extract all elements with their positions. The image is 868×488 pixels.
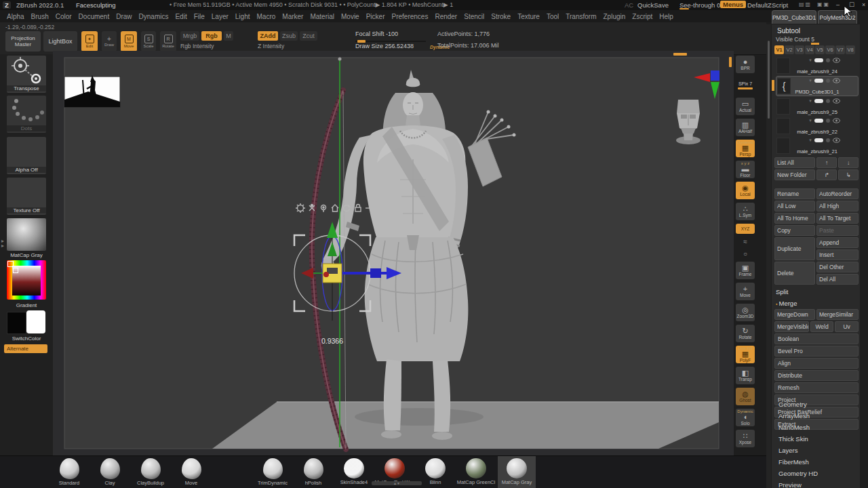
partial-visibility-toggle[interactable] — [826, 58, 830, 62]
mrgb-button[interactable]: Mrgb — [180, 31, 199, 41]
merge-section[interactable]: ▪Merge — [774, 298, 859, 308]
shelf-brush-material-item[interactable]: Blinn — [416, 456, 454, 488]
right-shelf-item[interactable]: ◉ Local — [736, 182, 755, 199]
visibility-pill-toggle[interactable] — [814, 119, 823, 123]
visibility-tab[interactable]: V3 — [795, 45, 804, 54]
shelf-brush-material-item[interactable]: SkinShade4 — [335, 456, 373, 488]
right-shelf-item[interactable]: ▭ Actual — [736, 98, 755, 115]
partial-visibility-toggle[interactable] — [826, 119, 830, 123]
menu-item[interactable]: Tool — [547, 13, 559, 20]
right-shelf-item[interactable]: ○ — [736, 249, 755, 258]
uv-button[interactable]: Uv — [835, 321, 859, 332]
shelf-brush-material-item[interactable]: Standard — [50, 456, 88, 488]
subtool-panel-title[interactable]: Subtool — [777, 27, 800, 35]
move-into-folder-button[interactable]: ↳ — [838, 169, 859, 180]
focal-shift-slider[interactable]: Focal Shift -100 — [355, 30, 426, 42]
subtool-row[interactable]: { ▾ PM3D_Cube3D1_1 — [776, 76, 859, 96]
boolean-button[interactable]: Boolean — [774, 333, 859, 344]
visibility-tab[interactable]: V7 — [835, 45, 845, 54]
scale-mode-button[interactable]: S Scale — [141, 31, 156, 52]
polypaint-icon[interactable]: ▾ — [809, 98, 812, 104]
canvas-vscroll-thumb[interactable] — [729, 57, 732, 67]
shelf-brush-material-item[interactable]: hPolish — [294, 456, 332, 488]
menu-item[interactable]: Stencil — [464, 13, 484, 20]
menu-item[interactable]: Dynamics — [139, 13, 169, 20]
menu-item[interactable]: File — [194, 13, 205, 20]
menu-item[interactable]: Brush — [31, 13, 49, 20]
visibility-pill-toggle[interactable] — [814, 79, 823, 83]
copy-button[interactable]: Copy — [774, 225, 815, 236]
menu-item[interactable]: Texture — [517, 13, 540, 20]
insert-button[interactable]: Insert — [816, 249, 859, 260]
right-shelf-item[interactable]: x y z ▬ Floor — [736, 161, 755, 178]
menu-item[interactable]: Zplugin — [604, 13, 626, 20]
panel-layout-icons[interactable]: ▣▣ — [817, 1, 830, 7]
menu-item[interactable]: Zscript — [632, 13, 652, 20]
quicksave-button[interactable]: QuickSave — [637, 1, 669, 9]
palette-section-header[interactable]: Layers — [778, 445, 859, 456]
menu-item[interactable]: Macro — [257, 13, 276, 20]
split-section[interactable]: Split — [774, 286, 859, 296]
right-shelf-item[interactable]: ● BPR — [736, 56, 755, 73]
menu-item[interactable]: Color — [56, 13, 72, 20]
see-through-thumb[interactable] — [679, 8, 689, 9]
subtool-row[interactable]: ▾ male_zbrush9_25 — [776, 97, 859, 116]
polypaint-icon[interactable]: ▾ — [809, 78, 812, 83]
menus-button[interactable]: Menus — [720, 1, 746, 8]
menu-item[interactable]: Material — [310, 13, 334, 20]
visibility-tab[interactable]: V2 — [785, 45, 794, 54]
secondary-color-swatch[interactable] — [26, 310, 45, 333]
list-all-button[interactable]: List All — [774, 157, 815, 168]
merge-visible-button[interactable]: MergeVisible — [774, 321, 809, 332]
right-shelf-item[interactable]: + Move — [736, 283, 755, 300]
visible-count-slider[interactable]: Visible Count 5 — [776, 36, 814, 43]
right-shelf-item[interactable]: ▣ Frame — [736, 262, 755, 279]
all-high-button[interactable]: All High — [816, 201, 859, 211]
right-shelf-item[interactable]: ◎ Zoom3D — [736, 304, 755, 321]
partial-visibility-toggle[interactable] — [826, 138, 830, 142]
right-shelf-item[interactable]: ≈ — [736, 237, 755, 246]
color-picker[interactable] — [7, 260, 46, 300]
palette-section-header[interactable]: ArrayMesh — [778, 410, 859, 422]
subtool-row[interactable]: ▾ male_zbrush9_22 — [776, 117, 859, 136]
visibility-tab[interactable]: V8 — [846, 45, 855, 54]
right-shelf-item[interactable]: SPix 7 — [736, 77, 755, 94]
menu-item[interactable]: Help — [659, 13, 673, 20]
zsub-button[interactable]: Zsub — [280, 31, 298, 41]
shelf-scroll-control[interactable]: ▲▼ — [372, 481, 422, 485]
shelf-brush-material-item[interactable]: TrimDynamic — [254, 456, 292, 488]
panel-scrollbar-thumb[interactable] — [768, 41, 770, 119]
tab-pm3d-cube3d1[interactable]: PM3D_Cube3D1 — [772, 10, 816, 24]
all-to-home-button[interactable]: All To Home — [774, 213, 815, 224]
append-button[interactable]: Append — [816, 237, 859, 248]
right-shelf-item[interactable]: Line Fill ▦ PolyF — [736, 346, 755, 363]
right-shelf-item[interactable]: ◍ Ghost — [736, 388, 755, 405]
eye-icon[interactable] — [833, 58, 840, 63]
subtool-row[interactable]: ▾ male_zbrush9_21 — [776, 136, 859, 155]
material-selector[interactable] — [7, 218, 46, 251]
visibility-tab[interactable]: V4 — [805, 45, 814, 54]
rename-button[interactable]: Rename — [774, 188, 815, 199]
rotate-mode-button[interactable]: R Rotate — [160, 31, 176, 52]
divider-layout-icons[interactable]: ▤▥ — [799, 1, 812, 7]
shelf-brush-material-item[interactable]: MatCap Gray — [498, 456, 536, 488]
minimize-button[interactable]: – — [836, 1, 840, 8]
canvas-hscroll-thumb[interactable] — [673, 53, 687, 56]
right-shelf-item[interactable]: Dynamic ◖ Solo — [736, 409, 755, 426]
palette-section-header[interactable]: FiberMesh — [778, 456, 859, 468]
right-shelf-item[interactable]: XYZ — [736, 224, 755, 234]
menu-item[interactable]: Marker — [282, 13, 303, 20]
polypaint-icon[interactable]: ▾ — [809, 58, 812, 63]
move-down-button[interactable]: ↓ — [838, 157, 859, 168]
del-all-button[interactable]: Del All — [816, 274, 859, 285]
eye-icon[interactable] — [833, 138, 840, 143]
edit-mode-button[interactable]: ✦ Edit — [81, 31, 98, 52]
partial-visibility-toggle[interactable] — [826, 99, 830, 103]
merge-similar-button[interactable]: MergeSimilar — [816, 309, 859, 320]
stroke-dots-button[interactable]: Dots — [7, 96, 46, 133]
menu-item[interactable]: Layer — [212, 13, 229, 20]
del-other-button[interactable]: Del Other — [816, 262, 859, 272]
palette-section-header[interactable]: NanoMesh — [778, 422, 859, 433]
alpha-selector[interactable]: Alpha Off — [7, 137, 46, 174]
bevel-pro-button[interactable]: Bevel Pro — [774, 346, 859, 357]
